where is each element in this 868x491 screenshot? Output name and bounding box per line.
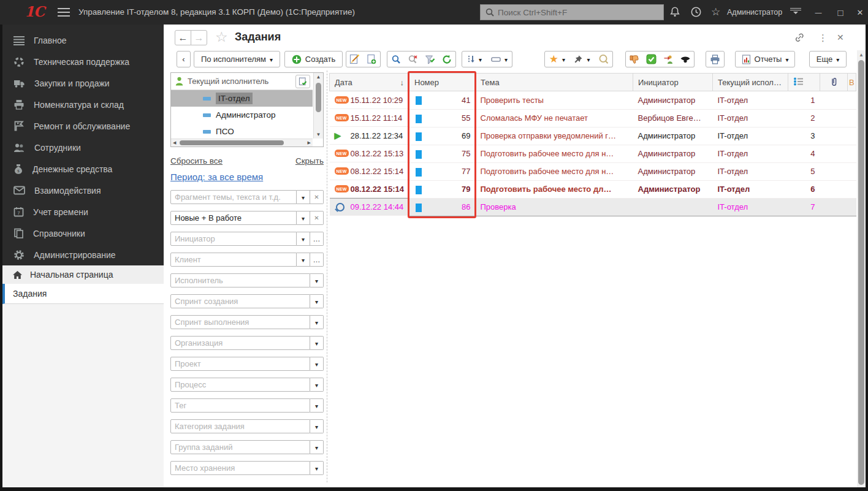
scroll-right-icon[interactable]: ▶	[308, 140, 311, 145]
copy-document-button[interactable]	[363, 51, 381, 67]
history-icon[interactable]	[690, 6, 702, 18]
tree-horizontal-scrollbar[interactable]: ◀ ▶	[171, 139, 313, 147]
sprint-created-input[interactable]	[170, 294, 310, 308]
notifications-bell-icon[interactable]	[669, 6, 680, 18]
dropdown-button[interactable]	[310, 315, 324, 329]
hide-show-button[interactable]	[677, 51, 695, 67]
table-row[interactable]: 28.11.22 12:34 69 Проверка отправки увед…	[330, 127, 856, 145]
column-header-attachments[interactable]	[820, 74, 848, 91]
get-link-icon[interactable]	[794, 32, 805, 43]
back-button[interactable]: ←	[175, 30, 191, 45]
choose-button[interactable]	[310, 253, 324, 267]
preview-button[interactable]	[595, 51, 613, 67]
forward-button[interactable]: →	[191, 30, 207, 45]
create-by-template-button[interactable]	[346, 51, 364, 67]
column-header-order[interactable]	[788, 74, 820, 91]
choose-button[interactable]	[310, 232, 324, 246]
organization-input[interactable]	[170, 336, 310, 350]
dropdown-button[interactable]	[297, 190, 310, 204]
more-button[interactable]: Еще	[809, 51, 847, 67]
initiator-input[interactable]	[170, 232, 297, 246]
fragment-input[interactable]	[170, 190, 297, 204]
dropdown-button[interactable]	[310, 398, 324, 413]
sidebar-item-home-page[interactable]: Начальная страница	[2, 265, 164, 284]
storage-place-input[interactable]	[170, 461, 310, 475]
scroll-up-icon[interactable]: ▲	[857, 52, 866, 58]
dropdown-button[interactable]	[297, 211, 310, 225]
select-check-button[interactable]	[295, 75, 310, 88]
add-to-favorites-star-icon[interactable]: ☆	[215, 29, 228, 45]
sidebar-item-references[interactable]: Справочники	[2, 223, 164, 244]
reset-all-link[interactable]: Сбросить все	[170, 156, 223, 166]
sidebar-open-page-tasks[interactable]: Задания	[2, 284, 164, 304]
sidebar-item-purchases-sales[interactable]: Закупки и продажи	[2, 72, 164, 94]
tree-item-administrator[interactable]: Администратор	[171, 107, 313, 123]
favorites-star-icon[interactable]: ☆	[711, 6, 720, 18]
dropdown-button[interactable]	[310, 378, 324, 392]
task-group-input[interactable]	[170, 440, 310, 454]
dropdown-button[interactable]	[310, 461, 324, 475]
scroll-down-icon[interactable]: ▼	[314, 132, 323, 137]
sidebar-item-administration[interactable]: Администрирование	[2, 244, 164, 265]
dropdown-button[interactable]	[310, 336, 324, 350]
table-row[interactable]: 08.12.22 15:13 75 Подготовить рабочее ме…	[330, 145, 856, 162]
sidebar-item-employees[interactable]: Сотрудники	[2, 137, 164, 158]
form-menu-dots-icon[interactable]: ⋮	[818, 32, 828, 44]
hide-link[interactable]: Скрыть	[295, 156, 324, 166]
dropdown-button[interactable]	[310, 440, 324, 454]
tree-item-it-otdel[interactable]: IT-отдел	[171, 90, 313, 107]
dropdown-button[interactable]	[297, 232, 310, 246]
dropdown-button[interactable]	[297, 253, 310, 267]
state-input[interactable]	[170, 211, 297, 225]
pinned-filter-button[interactable]	[569, 51, 595, 67]
table-row[interactable]: 08.12.22 15:14 77 Подготовить рабочее ме…	[330, 162, 856, 180]
maximize-button[interactable]	[832, 7, 848, 18]
dropdown-button[interactable]	[310, 357, 324, 371]
sidebar-item-nomenclature-warehouse[interactable]: Номенклатура и склад	[2, 94, 164, 115]
dropdown-button[interactable]	[310, 273, 324, 287]
scroll-up-icon[interactable]: ▲	[314, 74, 323, 80]
create-button[interactable]: Создать	[284, 51, 343, 67]
configure-list-filter-button[interactable]	[421, 51, 439, 67]
column-header-topic[interactable]: Тема	[476, 74, 633, 91]
project-input[interactable]	[170, 357, 310, 371]
sidebar-item-interactions[interactable]: Взаимодействия	[2, 180, 164, 201]
favorites-filter-button[interactable]: ★	[544, 51, 570, 67]
tree-item-pso[interactable]: ПСО	[171, 123, 313, 139]
sidebar-item-tech-support[interactable]: Техническая поддержка	[2, 51, 164, 72]
sprint-execution-input[interactable]	[170, 315, 310, 329]
group-by-button[interactable]: По исполнителям	[194, 51, 280, 67]
task-category-input[interactable]	[170, 419, 310, 433]
column-header-initiator[interactable]: Инициатор	[633, 74, 713, 91]
search-input[interactable]	[498, 8, 658, 17]
global-search[interactable]	[480, 4, 664, 20]
clear-button[interactable]	[310, 190, 324, 204]
scroll-left-icon[interactable]: ◀	[173, 140, 176, 145]
minimize-button[interactable]	[810, 7, 826, 18]
tag-input[interactable]	[170, 398, 310, 413]
cancel-search-button[interactable]	[404, 51, 422, 67]
close-form-icon[interactable]: ✕	[837, 32, 844, 42]
scrollbar-thumb[interactable]	[858, 60, 864, 485]
print-button[interactable]	[706, 51, 725, 67]
table-row[interactable]: 15.11.22 10:29 41 Проверить тесты Админи…	[330, 91, 856, 110]
table-row-selected[interactable]: 09.12.22 14:44 86 Проверка IT-отдел 7	[330, 198, 856, 216]
column-header-number[interactable]: Номер	[409, 74, 476, 91]
sidebar-item-main[interactable]: Главное	[2, 29, 164, 51]
sidebar-item-repair-service[interactable]: Ремонт и обслуживание	[2, 115, 164, 137]
column-header-extra[interactable]: В	[848, 74, 856, 91]
current-user[interactable]: Администратор	[727, 8, 782, 17]
collapse-panel-button[interactable]: ‹	[177, 51, 191, 67]
view-mode-button[interactable]	[487, 51, 512, 67]
panel-splitter[interactable]	[327, 70, 327, 482]
close-window-button[interactable]	[852, 7, 868, 18]
find-button[interactable]	[387, 51, 405, 67]
complaint-button[interactable]	[625, 51, 643, 67]
process-input[interactable]	[170, 378, 310, 392]
tree-vertical-scrollbar[interactable]: ▲ ▼	[313, 73, 323, 139]
scrollbar-thumb[interactable]	[180, 140, 284, 145]
scrollbar-thumb[interactable]	[316, 83, 321, 112]
complete-task-button[interactable]	[642, 51, 660, 67]
column-header-executor[interactable]: Текущий испол…	[713, 74, 788, 91]
table-row[interactable]: 15.11.22 11:14 55 Сломалась МФУ не печат…	[330, 109, 856, 127]
